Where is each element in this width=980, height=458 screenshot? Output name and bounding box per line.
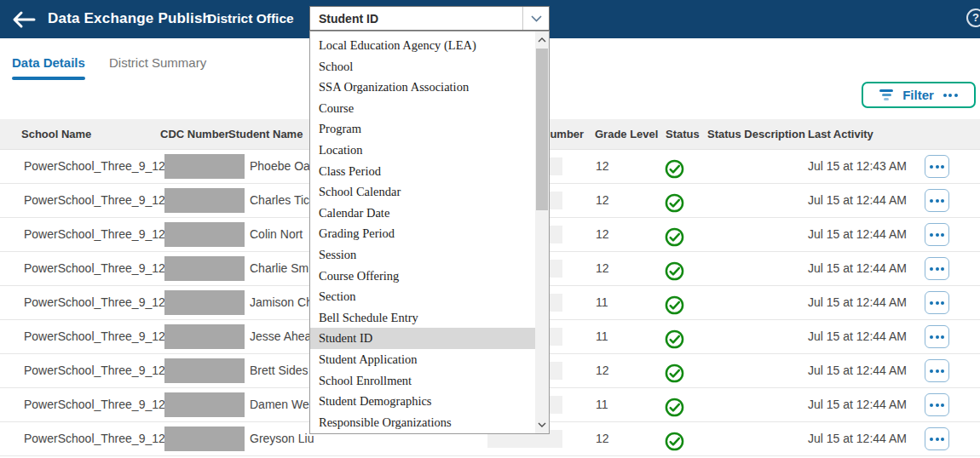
dropdown-option[interactable]: School Enrollment bbox=[310, 370, 536, 392]
grade-level-cell: 12 bbox=[596, 432, 609, 445]
student-name-cell: Jamison Ch bbox=[250, 295, 313, 309]
dropdown-option[interactable]: Calendar Date bbox=[310, 203, 536, 224]
scroll-up-icon[interactable] bbox=[535, 33, 549, 47]
filter-button[interactable]: Filter bbox=[862, 82, 976, 108]
more-options-icon[interactable] bbox=[943, 94, 958, 97]
status-success-icon bbox=[665, 295, 684, 315]
active-tab-underline bbox=[12, 77, 85, 80]
school-name-cell: PowerSchool_Three_9_12 bbox=[24, 432, 165, 445]
last-activity-cell: Jul 15 at 12:44 AM bbox=[808, 364, 907, 377]
last-activity-cell: Jul 15 at 12:44 AM bbox=[808, 329, 907, 343]
entity-select[interactable]: Student ID bbox=[309, 6, 550, 31]
school-name-cell: PowerSchool_Three_9_12 bbox=[24, 193, 165, 207]
status-success-icon bbox=[665, 261, 684, 281]
ellipsis-icon bbox=[930, 233, 944, 237]
school-name-cell: PowerSchool_Three_9_12 bbox=[24, 261, 165, 275]
last-activity-cell: Jul 15 at 12:44 AM bbox=[808, 227, 907, 241]
row-actions-button[interactable] bbox=[925, 155, 949, 178]
last-activity-cell: Jul 15 at 12:43 AM bbox=[808, 159, 907, 173]
student-name-cell: Colin Nort bbox=[250, 227, 303, 241]
entity-dropdown-options: Local Education Agency (LEA)SchoolSSA Or… bbox=[310, 35, 536, 432]
row-actions-button[interactable] bbox=[925, 325, 949, 348]
cdc-number-redacted-value bbox=[164, 358, 245, 383]
student-name-cell: Jesse Ahea bbox=[250, 329, 311, 343]
cdc-number-redacted-value bbox=[164, 324, 245, 349]
grade-level-cell: 12 bbox=[596, 159, 609, 173]
grade-level-cell: 11 bbox=[596, 295, 608, 309]
row-actions-button[interactable] bbox=[925, 359, 949, 382]
page-title: Data Exchange Publish bbox=[48, 10, 211, 27]
row-actions-button[interactable] bbox=[925, 223, 949, 246]
filter-icon bbox=[879, 89, 893, 100]
row-actions-button[interactable] bbox=[925, 291, 949, 314]
cdc-number-redacted-value bbox=[164, 188, 245, 213]
status-success-icon bbox=[665, 364, 684, 383]
cdc-number-redacted-value bbox=[164, 222, 245, 247]
column-header-student-name: Student Name bbox=[228, 128, 303, 140]
tab-district-summary[interactable]: District Summary bbox=[109, 55, 206, 70]
dropdown-option[interactable]: Location bbox=[310, 140, 536, 161]
cdc-number-redacted-value bbox=[164, 392, 245, 417]
dropdown-option[interactable]: Section bbox=[310, 286, 536, 307]
ellipsis-icon bbox=[930, 199, 944, 203]
last-activity-cell: Jul 15 at 12:44 AM bbox=[808, 193, 907, 207]
dropdown-option[interactable]: Session bbox=[310, 244, 536, 266]
chevron-down-icon[interactable] bbox=[522, 7, 549, 30]
back-arrow-icon[interactable] bbox=[11, 9, 37, 30]
tab-data-details[interactable]: Data Details bbox=[12, 55, 85, 70]
status-success-icon bbox=[665, 398, 684, 417]
school-name-cell: PowerSchool_Three_9_12 bbox=[24, 329, 165, 343]
dropdown-option[interactable]: Student Demographics bbox=[310, 391, 536, 412]
student-name-cell: Phoebe Oa bbox=[250, 159, 310, 173]
column-header-grade-level: Grade Level bbox=[595, 128, 658, 140]
dropdown-option[interactable]: SSA Organization Association bbox=[310, 77, 536, 98]
dropdown-option[interactable]: School bbox=[310, 56, 536, 77]
school-name-cell: PowerSchool_Three_9_12 bbox=[24, 364, 165, 377]
last-activity-cell: Jul 15 at 12:44 AM bbox=[808, 295, 907, 309]
entity-dropdown-list: Local Education Agency (LEA)SchoolSSA Or… bbox=[309, 31, 550, 434]
dropdown-option[interactable]: Course Offering bbox=[310, 266, 536, 287]
scroll-down-icon[interactable] bbox=[535, 418, 549, 432]
grade-level-cell: 11 bbox=[596, 329, 608, 343]
school-name-cell: PowerSchool_Three_9_12 bbox=[24, 295, 165, 309]
ellipsis-icon bbox=[930, 404, 944, 407]
help-icon[interactable]: ? bbox=[966, 9, 980, 27]
dropdown-option[interactable]: Program bbox=[310, 118, 536, 140]
row-actions-button[interactable] bbox=[925, 189, 949, 212]
dropdown-option[interactable]: Student Application bbox=[310, 349, 536, 370]
ellipsis-icon bbox=[930, 267, 944, 271]
ellipsis-icon bbox=[930, 438, 944, 441]
dropdown-option[interactable]: Responsible Organizations bbox=[310, 412, 536, 433]
dropdown-option[interactable]: School Calendar bbox=[310, 181, 536, 203]
dropdown-option[interactable]: Course bbox=[310, 98, 536, 119]
last-activity-cell: Jul 15 at 12:44 AM bbox=[808, 398, 907, 411]
last-activity-cell: Jul 15 at 12:44 AM bbox=[808, 432, 907, 445]
grade-level-cell: 11 bbox=[596, 398, 608, 411]
dropdown-option[interactable]: Student ID bbox=[310, 328, 536, 349]
cdc-number-redacted-value bbox=[164, 154, 245, 179]
status-success-icon bbox=[665, 193, 684, 213]
scrollbar-thumb[interactable] bbox=[536, 49, 548, 210]
column-header-last-activity: Last Activity bbox=[808, 128, 873, 140]
column-header-cdc-number: CDC Number bbox=[160, 128, 229, 140]
status-success-icon bbox=[665, 329, 684, 349]
school-name-cell: PowerSchool_Three_9_12 bbox=[24, 227, 165, 241]
ellipsis-icon bbox=[930, 301, 944, 305]
school-name-cell: PowerSchool_Three_9_12 bbox=[24, 398, 165, 411]
status-success-icon bbox=[665, 159, 684, 179]
dropdown-option[interactable]: Bell Schedule Entry bbox=[310, 307, 536, 329]
dropdown-option[interactable]: Class Period bbox=[310, 161, 536, 182]
dropdown-option[interactable]: Local Education Agency (LEA) bbox=[310, 35, 536, 56]
row-actions-button[interactable] bbox=[925, 393, 949, 416]
cdc-number-redacted-value bbox=[164, 256, 245, 281]
student-name-cell: Brett Sides bbox=[250, 364, 308, 377]
tab-data-details-label: Data Details bbox=[12, 55, 85, 70]
cdc-number-redacted-value bbox=[164, 290, 245, 315]
row-actions-button[interactable] bbox=[925, 427, 949, 450]
grade-level-cell: 12 bbox=[596, 227, 609, 241]
district-office-label: District Office bbox=[207, 11, 294, 26]
row-actions-button[interactable] bbox=[925, 257, 949, 280]
last-activity-cell: Jul 15 at 12:44 AM bbox=[808, 261, 907, 275]
dropdown-scrollbar[interactable] bbox=[535, 31, 549, 433]
dropdown-option[interactable]: Grading Period bbox=[310, 223, 536, 244]
